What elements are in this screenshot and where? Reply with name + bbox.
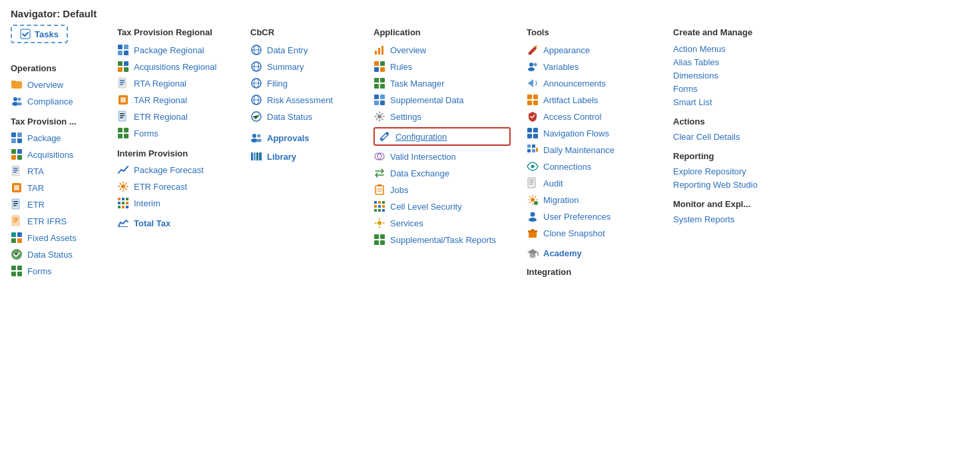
svg-point-132	[534, 63, 537, 67]
grid-blue5-icon	[527, 144, 539, 156]
nav-forms-ops[interactable]: Forms	[11, 265, 101, 277]
package-forecast-label: Package Forecast	[134, 165, 204, 175]
nav-connections[interactable]: Connections	[527, 160, 657, 172]
forms-ops-label: Forms	[27, 266, 52, 276]
svg-rect-144	[532, 149, 535, 152]
svg-rect-17	[13, 170, 18, 171]
nav-reporting-web-studio[interactable]: Reporting Web Studio	[673, 180, 790, 190]
nav-task-manager[interactable]: Task Manager	[373, 77, 511, 89]
nav-compliance[interactable]: Compliance	[11, 95, 101, 107]
cbcr-header: CbCR	[250, 25, 358, 37]
nav-daily-maintenance[interactable]: Daily Maintenance	[527, 144, 657, 156]
nav-access-control[interactable]: Access Control	[527, 111, 657, 122]
tasks-button[interactable]: Tasks	[11, 25, 68, 43]
nav-total-tax[interactable]: Total Tax	[117, 217, 234, 229]
books-icon	[250, 150, 262, 162]
nav-library[interactable]: Library	[250, 150, 358, 162]
nav-announcements[interactable]: Announcements	[527, 77, 657, 89]
grid-multi-icon	[117, 197, 129, 209]
nav-rta[interactable]: RTA	[11, 165, 101, 177]
nav-rules[interactable]: Rules	[373, 61, 511, 73]
nav-smart-list[interactable]: Smart List	[673, 97, 790, 107]
data-status-ops-label: Data Status	[27, 250, 73, 260]
nav-forms-regional[interactable]: Forms	[117, 127, 234, 139]
gear-orange-icon	[117, 180, 129, 192]
academy-label: Academy	[543, 248, 582, 258]
grid-green2-icon	[373, 77, 385, 89]
nav-academy[interactable]: Academy	[527, 247, 657, 259]
nav-appearance[interactable]: Appearance	[527, 44, 657, 56]
total-tax-label: Total Tax	[134, 218, 170, 228]
nav-clone-snapshot[interactable]: Clone Snapshot	[527, 227, 657, 239]
nav-navigation-flows[interactable]: Navigation Flows	[527, 127, 657, 139]
nav-alias-tables[interactable]: Alias Tables	[673, 57, 790, 67]
nav-settings[interactable]: Settings	[373, 111, 511, 122]
nav-action-menus[interactable]: Action Menus	[673, 44, 790, 54]
nav-acquisitions[interactable]: Acquisitions	[11, 148, 101, 160]
nav-fixed-assets[interactable]: Fixed Assets	[11, 232, 101, 244]
svg-rect-57	[124, 128, 128, 132]
access-control-label: Access Control	[543, 112, 601, 122]
shield-icon	[527, 111, 539, 122]
nav-supplemental-data[interactable]: Supplemental Data	[373, 94, 511, 106]
nav-data-status-ops[interactable]: Data Status	[11, 248, 101, 260]
svg-rect-64	[118, 202, 121, 204]
nav-system-reports[interactable]: System Reports	[673, 214, 790, 224]
svg-rect-45	[124, 67, 128, 72]
nav-data-status-cbcr[interactable]: Data Status	[250, 111, 358, 122]
svg-rect-42	[118, 61, 122, 66]
svg-rect-134	[533, 95, 538, 99]
rta-label: RTA	[27, 166, 44, 176]
nav-package[interactable]: Package	[11, 132, 101, 144]
grid-regional-icon	[117, 44, 129, 56]
nav-migration[interactable]: Migration	[527, 194, 657, 206]
nav-variables[interactable]: Variables	[527, 61, 657, 73]
nav-tar[interactable]: TAR	[11, 182, 101, 194]
nav-etr-forecast[interactable]: ETR Forecast	[117, 180, 234, 192]
explore-repository-label: Explore Repository	[673, 166, 746, 176]
nav-cell-level-security[interactable]: Cell Level Security	[373, 200, 511, 212]
nav-supplemental-task-reports[interactable]: Supplemental/Task Reports	[373, 234, 511, 246]
nav-dimensions[interactable]: Dimensions	[673, 71, 790, 81]
svg-rect-88	[251, 152, 253, 160]
svg-rect-122	[374, 209, 377, 212]
daily-maintenance-label: Daily Maintenance	[543, 145, 614, 155]
nav-configuration[interactable]: Configuration	[373, 127, 511, 146]
nav-artifact-labels[interactable]: Artifact Labels	[527, 94, 657, 106]
svg-rect-155	[529, 232, 537, 238]
nav-package-regional[interactable]: Package Regional	[117, 44, 234, 56]
svg-rect-68	[122, 206, 124, 208]
svg-rect-99	[374, 78, 379, 83]
nav-user-preferences[interactable]: User Preferences	[527, 210, 657, 222]
nav-package-forecast[interactable]: Package Forecast	[117, 164, 234, 176]
nav-audit[interactable]: Audit	[527, 177, 657, 189]
nav-etr-ifrs[interactable]: ETR IFRS	[11, 215, 101, 227]
nav-filing[interactable]: Filing	[250, 77, 358, 89]
nav-tar-regional[interactable]: TAR Regional	[117, 94, 234, 106]
nav-data-entry[interactable]: Data Entry	[250, 44, 358, 56]
configuration-label: Configuration	[395, 132, 447, 142]
nav-valid-intersection[interactable]: Valid Intersection	[373, 150, 511, 162]
nav-overview-ops[interactable]: Overview	[11, 79, 101, 91]
nav-services[interactable]: Services	[373, 217, 511, 229]
nav-overview-app[interactable]: Overview	[373, 44, 511, 56]
nav-explore-repository[interactable]: Explore Repository	[673, 166, 790, 176]
audit-label: Audit	[543, 178, 563, 188]
connections-label: Connections	[543, 162, 591, 172]
nav-risk-assessment[interactable]: Risk Assessment	[250, 94, 358, 106]
nav-approvals[interactable]: Approvals	[250, 132, 358, 144]
nav-jobs[interactable]: Jobs	[373, 184, 511, 196]
nav-etr[interactable]: ETR	[11, 198, 101, 210]
svg-rect-38	[118, 45, 122, 49]
nav-etr-regional[interactable]: ETR Regional	[117, 111, 234, 122]
nav-rta-regional[interactable]: RTA Regional	[117, 77, 234, 89]
nav-interim[interactable]: Interim	[117, 197, 234, 209]
nav-data-exchange[interactable]: Data Exchange	[373, 167, 511, 179]
nav-summary[interactable]: Summary	[250, 61, 358, 73]
nav-forms-cm[interactable]: Forms	[673, 84, 790, 94]
nav-clear-cell-details[interactable]: Clear Cell Details	[673, 132, 790, 142]
acquisitions-regional-label: Acquisitions Regional	[134, 62, 216, 72]
people-icon	[11, 95, 23, 107]
valid-intersection-label: Valid Intersection	[390, 152, 456, 162]
nav-acquisitions-regional[interactable]: Acquisitions Regional	[117, 61, 234, 73]
